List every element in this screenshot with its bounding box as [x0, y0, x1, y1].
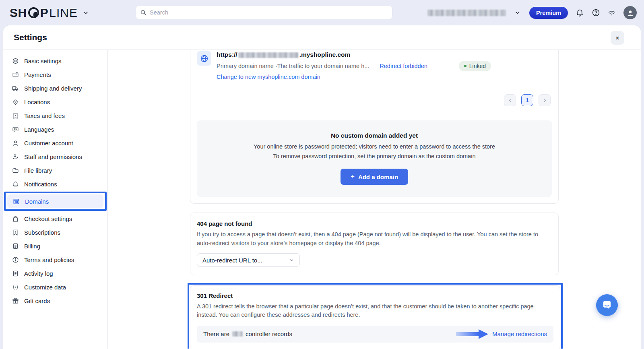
braces-icon: A	[12, 284, 19, 291]
sidebar-item-terms-and-policies[interactable]: Terms and policies	[6, 253, 104, 266]
manage-redirections-link[interactable]: Manage redirections	[492, 330, 547, 337]
chevron-down-icon	[289, 258, 294, 263]
person-key-icon	[12, 153, 19, 160]
domain-name-redacted	[238, 52, 299, 58]
page-title: Settings	[14, 33, 47, 42]
domain-description: Primary domain name ·The traffic to your…	[217, 63, 369, 69]
sidebar-item-label: Billing	[24, 243, 40, 250]
chat-bubble-icon	[601, 299, 613, 311]
bookmark-icon	[12, 229, 19, 236]
chevron-down-icon[interactable]	[83, 10, 89, 16]
wifi-icon[interactable]	[607, 8, 616, 17]
domains-content: https://.myshopline.com Primary domain n…	[108, 50, 641, 349]
truck-icon	[12, 85, 19, 92]
chat-launcher-button[interactable]	[596, 294, 618, 316]
no-domain-line1: Your online store is password protected;…	[205, 143, 544, 151]
settings-header: Settings ×	[3, 25, 641, 50]
sidebar-item-taxes-and-fees[interactable]: Taxes and fees	[6, 109, 104, 122]
svg-text:A: A	[15, 286, 17, 288]
settings-sidebar: Basic settingsPaymentsShipping and deliv…	[3, 50, 108, 349]
sidebar-item-label: Languages	[24, 126, 54, 133]
sidebar-item-label: Staff and permissions	[24, 153, 82, 160]
sidebar-item-file-library[interactable]: File library	[6, 163, 104, 177]
store-name-redacted	[427, 10, 506, 16]
pagination-prev-button[interactable]	[504, 94, 516, 106]
no-custom-domain-box: No custom domain added yet Your online s…	[197, 120, 552, 197]
auto-redirect-select[interactable]: Auto-redirect URL to...	[197, 253, 300, 267]
sidebar-item-label: Gift cards	[24, 297, 50, 304]
sidebar-item-staff-and-permissions[interactable]: Staff and permissions	[6, 150, 104, 163]
sidebar-item-checkout-settings[interactable]: Checkout settings	[6, 212, 104, 225]
sidebar-item-domains[interactable]: Domains	[7, 194, 103, 208]
search-input[interactable]	[150, 9, 388, 16]
sidebar-item-shipping-and-delivery[interactable]: Shipping and delivery	[6, 81, 104, 95]
bell-icon	[12, 181, 19, 188]
svg-text:EN: EN	[14, 128, 17, 130]
sidebar-item-label: Domains	[25, 198, 49, 205]
add-domain-button[interactable]: + Add a domain	[341, 169, 408, 185]
annotation-highlight-sidebar: Domains	[4, 192, 107, 211]
page-404-title: 404 page not found	[197, 220, 552, 227]
store-chevron-down-icon[interactable]	[513, 8, 522, 17]
no-domain-title: No custom domain added yet	[205, 132, 544, 139]
records-count-text: There are controller records	[203, 330, 292, 337]
pagination-next-button[interactable]	[539, 94, 551, 106]
sidebar-item-customer-account[interactable]: Customer account	[6, 136, 104, 150]
redirect-records-bar: There are controller records	[197, 326, 553, 343]
no-domain-line2: To remove password protection, set the p…	[205, 153, 544, 161]
page-404-description: If you try to access a page that doesn’t…	[197, 230, 552, 248]
help-icon[interactable]	[591, 8, 600, 17]
close-settings-button[interactable]: ×	[611, 31, 624, 45]
sidebar-item-label: Notifications	[24, 181, 57, 188]
sidebar-item-notifications[interactable]: Notifications	[6, 177, 104, 191]
annotation-arrow-icon	[456, 328, 489, 340]
premium-badge[interactable]: Premium	[529, 7, 568, 19]
linked-dot-icon	[464, 65, 466, 67]
page-404-card: 404 page not found If you try to access …	[190, 213, 559, 275]
sidebar-item-label: Customer account	[24, 140, 73, 147]
basic-settings-icon	[12, 58, 19, 64]
sidebar-item-customize-data[interactable]: ACustomize data	[6, 280, 104, 294]
gift-icon	[12, 297, 19, 304]
topbar: SH P LINE Premium	[0, 0, 644, 25]
shopline-bird-icon	[28, 7, 39, 18]
lock-bag-icon	[12, 215, 19, 222]
sidebar-item-label: Checkout settings	[24, 215, 72, 222]
search-icon	[140, 9, 147, 16]
sidebar-item-label: File library	[24, 167, 52, 174]
domain-window-icon	[13, 198, 20, 205]
sidebar-item-gift-cards[interactable]: Gift cards	[6, 294, 104, 308]
sidebar-item-payments[interactable]: Payments	[6, 68, 104, 81]
sidebar-item-billing[interactable]: Billing	[6, 239, 104, 253]
connected-domains-card: https://.myshopline.com Primary domain n…	[190, 50, 559, 204]
wallet-icon	[12, 71, 19, 78]
plus-icon: +	[351, 173, 355, 181]
account-avatar[interactable]	[623, 6, 637, 19]
globe-icon	[197, 51, 211, 66]
info-circle-icon	[12, 256, 19, 263]
sidebar-item-basic-settings[interactable]: Basic settings	[6, 54, 104, 68]
sidebar-item-subscriptions[interactable]: Subscriptions	[6, 225, 104, 239]
pagination-page-1-button[interactable]: 1	[521, 94, 533, 106]
settings-panel: Settings × Basic settingsPaymentsShippin…	[3, 25, 641, 349]
sidebar-item-label: Taxes and fees	[24, 112, 65, 119]
log-icon	[12, 270, 19, 277]
logo-text: SH	[10, 6, 27, 20]
person-icon	[12, 140, 19, 147]
notifications-bell-icon[interactable]	[575, 8, 584, 17]
sidebar-item-label: Basic settings	[24, 58, 62, 64]
change-domain-link[interactable]: Change to new myshopline.com domain	[217, 74, 320, 80]
sidebar-item-label: Activity log	[24, 270, 53, 277]
sidebar-item-languages[interactable]: ENLanguages	[6, 122, 104, 136]
redirect-301-card: 301 Redirect A 301 redirect tells the br…	[190, 285, 560, 349]
sidebar-item-locations[interactable]: Locations	[6, 95, 104, 109]
primary-domain-url: https://.myshopline.com	[217, 51, 552, 58]
records-count-redacted	[232, 331, 243, 337]
sidebar-item-label: Payments	[24, 71, 51, 78]
shopline-logo[interactable]: SH P LINE	[10, 6, 89, 20]
domain-pagination: 1	[197, 94, 552, 106]
redirect-forbidden-link[interactable]: Redirect forbidden	[380, 63, 427, 69]
sidebar-item-activity-log[interactable]: Activity log	[6, 266, 104, 280]
redirect-301-description: A 301 redirect tells the browser that a …	[197, 302, 553, 320]
global-search[interactable]	[136, 6, 392, 19]
